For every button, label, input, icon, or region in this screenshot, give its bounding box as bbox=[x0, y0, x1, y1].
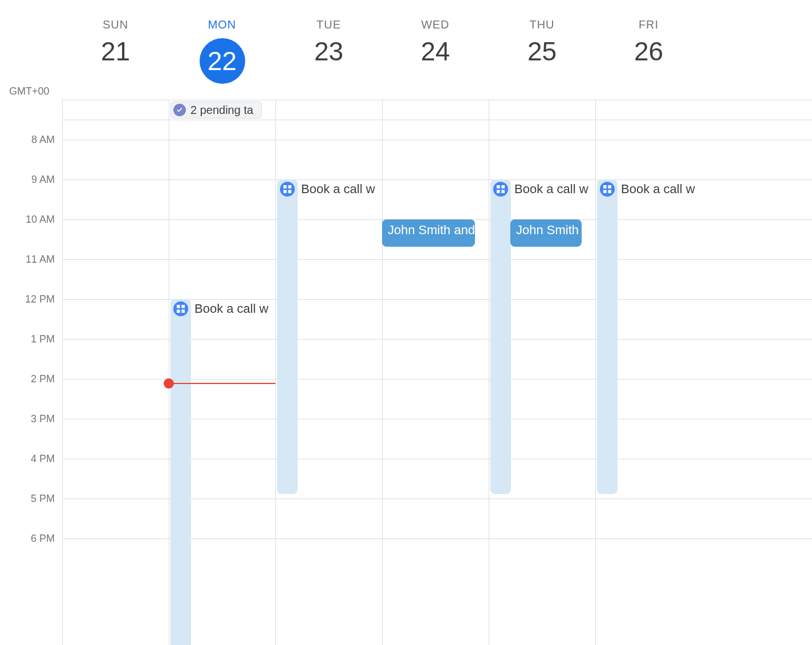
event-wed-john-smith[interactable]: John Smith and bbox=[382, 219, 475, 247]
day-column-sun[interactable] bbox=[62, 100, 169, 645]
day-header-sun[interactable]: SUN 21 bbox=[62, 0, 169, 64]
hour-label: 2 PM bbox=[0, 373, 55, 385]
svg-rect-6 bbox=[283, 190, 287, 193]
day-header-wed[interactable]: WED 24 bbox=[382, 0, 489, 64]
day-label: SUN bbox=[62, 18, 169, 31]
day-number[interactable]: 26 bbox=[634, 38, 663, 64]
day-header-tue[interactable]: TUE 23 bbox=[275, 0, 382, 64]
current-time-dot bbox=[164, 378, 174, 389]
slot-label: Book a call w bbox=[621, 182, 695, 197]
day-label: TUE bbox=[275, 18, 382, 31]
time-grid[interactable]: 2 pending ta 8 AM 9 AM 10 AM 11 AM 12 PM… bbox=[0, 100, 812, 645]
appointment-grid-icon bbox=[600, 182, 615, 197]
appointment-slot-tue[interactable]: Book a call w bbox=[277, 179, 298, 494]
svg-rect-11 bbox=[501, 190, 505, 193]
day-label: WED bbox=[382, 18, 489, 31]
day-header-fri[interactable]: FRI 26 bbox=[595, 0, 702, 64]
svg-rect-8 bbox=[497, 185, 500, 189]
day-header-mon[interactable]: MON 22 bbox=[169, 0, 275, 84]
svg-rect-14 bbox=[603, 190, 607, 193]
slot-label: Book a call w bbox=[514, 182, 588, 197]
event-title: John Smith a bbox=[516, 223, 582, 237]
day-header-thu[interactable]: THU 25 bbox=[489, 0, 595, 64]
svg-rect-5 bbox=[288, 185, 291, 189]
hour-label: 1 PM bbox=[0, 333, 55, 345]
appointment-grid-icon bbox=[493, 182, 508, 197]
slot-label: Book a call w bbox=[194, 301, 269, 316]
hour-label: 12 PM bbox=[0, 293, 55, 305]
day-number[interactable]: 21 bbox=[101, 38, 130, 64]
hour-label: 3 PM bbox=[0, 413, 55, 425]
svg-rect-4 bbox=[283, 185, 287, 189]
appointment-grid-icon bbox=[173, 301, 188, 316]
svg-rect-10 bbox=[497, 190, 500, 193]
day-column-wed[interactable] bbox=[382, 100, 489, 645]
svg-rect-7 bbox=[288, 190, 291, 193]
svg-rect-1 bbox=[181, 305, 185, 308]
appointment-slot-thu[interactable]: Book a call w bbox=[490, 179, 511, 494]
day-headers: SUN 21 MON 22 TUE 23 WED 24 THU 25 FRI 2… bbox=[0, 0, 812, 100]
hour-label: 8 AM bbox=[0, 134, 55, 146]
day-label: FRI bbox=[595, 18, 702, 31]
svg-rect-12 bbox=[603, 185, 607, 189]
svg-rect-0 bbox=[177, 305, 180, 308]
appointment-slot-fri[interactable]: Book a call w bbox=[597, 179, 618, 494]
hour-label: 9 AM bbox=[0, 174, 55, 186]
day-number[interactable]: 24 bbox=[421, 38, 450, 64]
day-number[interactable]: 25 bbox=[527, 38, 557, 64]
calendar-week-view: SUN 21 MON 22 TUE 23 WED 24 THU 25 FRI 2… bbox=[0, 0, 812, 645]
day-number[interactable]: 23 bbox=[314, 38, 343, 64]
svg-rect-15 bbox=[608, 190, 611, 193]
event-title: John Smith and bbox=[388, 223, 475, 237]
hour-label: 11 AM bbox=[0, 254, 55, 266]
day-label: MON bbox=[169, 18, 275, 31]
timezone-label: GMT+00 bbox=[9, 85, 50, 97]
hour-label: 4 PM bbox=[0, 453, 55, 465]
hour-label: 6 PM bbox=[0, 533, 55, 545]
event-thu-john-smith[interactable]: John Smith a bbox=[510, 219, 582, 247]
hour-label: 10 AM bbox=[0, 214, 55, 226]
slot-label: Book a call w bbox=[301, 182, 375, 197]
appointment-slot-mon[interactable]: Book a call w bbox=[170, 299, 191, 645]
svg-rect-9 bbox=[501, 185, 505, 189]
svg-rect-2 bbox=[177, 309, 180, 313]
day-number-today[interactable]: 22 bbox=[200, 38, 245, 84]
svg-rect-13 bbox=[608, 185, 611, 189]
appointment-grid-icon bbox=[280, 182, 295, 197]
current-time-line bbox=[169, 383, 275, 384]
day-label: THU bbox=[489, 18, 595, 31]
hour-label: 5 PM bbox=[0, 493, 55, 505]
svg-rect-3 bbox=[181, 309, 185, 313]
